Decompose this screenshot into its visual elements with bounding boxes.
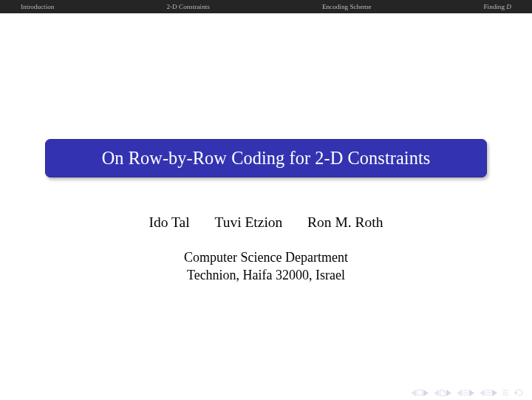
nav-section-finding-var: D — [506, 3, 511, 10]
undo-icon — [514, 389, 525, 396]
tri-left-icon — [411, 390, 416, 396]
tri-right-icon — [423, 390, 429, 396]
tri-right-icon — [469, 390, 474, 396]
tri-left-icon — [457, 390, 462, 396]
bars-icon — [463, 390, 468, 396]
nav-first-group[interactable] — [411, 390, 429, 396]
tri-right-icon — [492, 390, 497, 396]
svg-marker-10 — [480, 390, 485, 396]
svg-marker-14 — [492, 390, 497, 396]
slide-title: On Row-by-Row Coding for 2-D Constraints — [102, 148, 431, 169]
nav-section-constraints[interactable]: 2-D Constraints — [166, 3, 209, 10]
tri-right-icon — [446, 390, 451, 396]
nav-step-back-group[interactable] — [457, 390, 474, 396]
square-icon — [417, 390, 423, 396]
tri-left-icon — [434, 390, 439, 396]
nav-end-group[interactable] — [502, 390, 508, 396]
svg-marker-2 — [423, 390, 429, 396]
affiliation-line-1: Computer Science Department — [0, 249, 532, 267]
svg-marker-3 — [434, 390, 439, 396]
author-1: Ido Tal — [149, 214, 190, 231]
affiliation-block: Computer Science Department Technion, Ha… — [0, 249, 532, 285]
authors-line: Ido Tal Tuvi Etzion Ron M. Roth — [0, 214, 532, 231]
slide-body: On Row-by-Row Coding for 2-D Constraints… — [0, 13, 532, 400]
svg-marker-0 — [411, 390, 416, 396]
title-block: On Row-by-Row Coding for 2-D Constraints — [45, 139, 487, 177]
bars-icon — [485, 390, 491, 396]
nav-section-introduction[interactable]: Introduction — [21, 3, 54, 10]
svg-rect-1 — [417, 390, 423, 396]
author-2: Tuvi Etzion — [214, 214, 282, 231]
svg-marker-5 — [457, 390, 462, 396]
tri-left-icon — [480, 390, 485, 396]
svg-marker-4 — [446, 390, 451, 396]
svg-marker-9 — [469, 390, 474, 396]
beamer-slide: Introduction 2-D Constraints Encoding Sc… — [0, 0, 532, 400]
beamer-footer-nav — [411, 389, 525, 396]
nav-section-finding[interactable]: Finding D — [483, 3, 511, 10]
nav-step-fwd-group[interactable] — [480, 390, 497, 396]
nav-section-finding-prefix: Finding — [483, 3, 506, 10]
doc-icon — [440, 390, 446, 396]
section-navbar: Introduction 2-D Constraints Encoding Sc… — [0, 0, 532, 13]
author-3: Ron M. Roth — [307, 214, 383, 231]
svg-marker-18 — [514, 391, 517, 395]
nav-prev-group[interactable] — [434, 390, 451, 396]
nav-home-group[interactable] — [514, 389, 525, 396]
bars-icon — [502, 390, 508, 396]
nav-section-encoding[interactable]: Encoding Scheme — [322, 3, 372, 10]
affiliation-line-2: Technion, Haifa 32000, Israel — [0, 267, 532, 285]
